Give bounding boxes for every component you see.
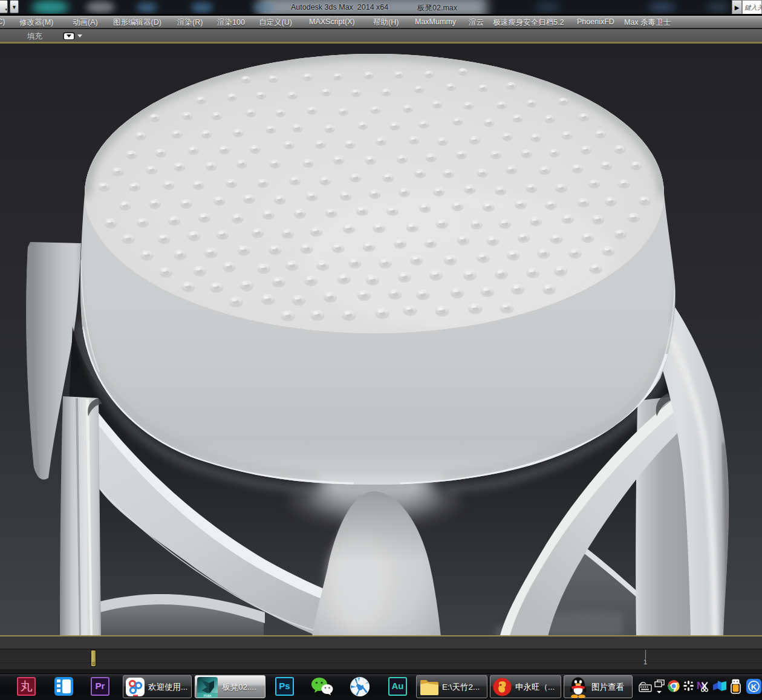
svg-text:max: max bbox=[203, 693, 212, 698]
svg-text:K: K bbox=[751, 682, 757, 692]
svg-text:N: N bbox=[697, 681, 704, 691]
